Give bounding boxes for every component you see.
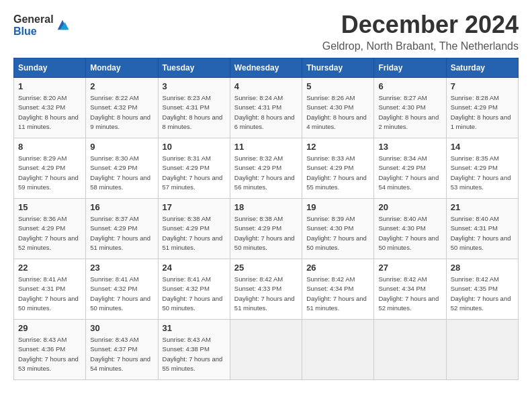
day-number: 9 [90, 142, 153, 152]
calendar-cell: 7Sunrise: 8:28 AMSunset: 4:29 PMDaylight… [446, 78, 518, 138]
calendar-cell: 12Sunrise: 8:33 AMSunset: 4:29 PMDayligh… [302, 138, 374, 199]
day-number: 29 [18, 323, 81, 333]
day-info: Sunrise: 8:43 AMSunset: 4:38 PMDaylight:… [163, 335, 226, 373]
day-number: 25 [234, 263, 298, 273]
calendar-cell: 17Sunrise: 8:38 AMSunset: 4:29 PMDayligh… [158, 199, 230, 259]
day-number: 1 [18, 81, 81, 91]
day-info: Sunrise: 8:40 AMSunset: 4:31 PMDaylight:… [451, 214, 514, 253]
day-info: Sunrise: 8:30 AMSunset: 4:29 PMDaylight:… [90, 154, 153, 192]
day-info: Sunrise: 8:37 AMSunset: 4:29 PMDaylight:… [90, 214, 153, 253]
calendar-cell: 11Sunrise: 8:32 AMSunset: 4:29 PMDayligh… [230, 138, 302, 199]
logo-general-text: General [13, 13, 54, 26]
day-info: Sunrise: 8:29 AMSunset: 4:29 PMDaylight:… [18, 154, 81, 192]
calendar-cell: 25Sunrise: 8:42 AMSunset: 4:33 PMDayligh… [230, 259, 302, 320]
page-header: General Blue December 2024 Geldrop, Nort… [13, 11, 519, 52]
day-info: Sunrise: 8:42 AMSunset: 4:34 PMDaylight:… [306, 275, 369, 313]
calendar-cell: 19Sunrise: 8:39 AMSunset: 4:30 PMDayligh… [302, 199, 374, 259]
calendar-cell: 27Sunrise: 8:42 AMSunset: 4:34 PMDayligh… [374, 259, 446, 320]
calendar-cell: 26Sunrise: 8:42 AMSunset: 4:34 PMDayligh… [302, 259, 374, 320]
calendar-cell: 2Sunrise: 8:22 AMSunset: 4:32 PMDaylight… [86, 78, 158, 138]
calendar-cell [302, 320, 374, 380]
day-number: 18 [234, 202, 298, 212]
day-number: 13 [378, 142, 441, 152]
month-title: December 2024 [322, 11, 519, 39]
header-day-monday: Monday [86, 58, 158, 78]
calendar-cell: 14Sunrise: 8:35 AMSunset: 4:29 PMDayligh… [446, 138, 518, 199]
day-info: Sunrise: 8:31 AMSunset: 4:29 PMDaylight:… [163, 154, 226, 192]
day-number: 20 [378, 202, 441, 212]
day-info: Sunrise: 8:23 AMSunset: 4:31 PMDaylight:… [163, 93, 226, 132]
calendar-cell: 13Sunrise: 8:34 AMSunset: 4:29 PMDayligh… [374, 138, 446, 199]
calendar-cell: 8Sunrise: 8:29 AMSunset: 4:29 PMDaylight… [14, 138, 86, 199]
day-number: 16 [90, 202, 153, 212]
day-info: Sunrise: 8:26 AMSunset: 4:30 PMDaylight:… [306, 93, 369, 132]
day-number: 8 [18, 142, 81, 152]
day-number: 6 [378, 81, 441, 91]
calendar-table: SundayMondayTuesdayWednesdayThursdayFrid… [13, 58, 519, 380]
day-number: 23 [90, 263, 153, 273]
calendar-cell: 16Sunrise: 8:37 AMSunset: 4:29 PMDayligh… [86, 199, 158, 259]
day-info: Sunrise: 8:27 AMSunset: 4:30 PMDaylight:… [378, 93, 441, 132]
day-info: Sunrise: 8:38 AMSunset: 4:29 PMDaylight:… [234, 214, 298, 253]
calendar-week-row: 8Sunrise: 8:29 AMSunset: 4:29 PMDaylight… [14, 138, 519, 199]
day-info: Sunrise: 8:42 AMSunset: 4:34 PMDaylight:… [378, 275, 441, 313]
header-day-tuesday: Tuesday [158, 58, 230, 78]
day-number: 28 [451, 263, 514, 273]
calendar-cell: 21Sunrise: 8:40 AMSunset: 4:31 PMDayligh… [446, 199, 518, 259]
day-number: 27 [378, 263, 441, 273]
day-number: 22 [18, 263, 81, 273]
day-number: 26 [306, 263, 369, 273]
calendar-cell: 3Sunrise: 8:23 AMSunset: 4:31 PMDaylight… [158, 78, 230, 138]
day-number: 14 [451, 142, 514, 152]
calendar-cell: 31Sunrise: 8:43 AMSunset: 4:38 PMDayligh… [158, 320, 230, 380]
day-number: 24 [163, 263, 226, 273]
day-info: Sunrise: 8:32 AMSunset: 4:29 PMDaylight:… [234, 154, 298, 192]
day-number: 5 [306, 81, 369, 91]
header-day-sunday: Sunday [14, 58, 86, 78]
calendar-week-row: 22Sunrise: 8:41 AMSunset: 4:31 PMDayligh… [14, 259, 519, 320]
day-number: 17 [163, 202, 226, 212]
calendar-week-row: 1Sunrise: 8:20 AMSunset: 4:32 PMDaylight… [14, 78, 519, 138]
day-number: 15 [18, 202, 81, 212]
calendar-cell: 5Sunrise: 8:26 AMSunset: 4:30 PMDaylight… [302, 78, 374, 138]
day-info: Sunrise: 8:22 AMSunset: 4:32 PMDaylight:… [90, 93, 153, 132]
calendar-cell [230, 320, 302, 380]
logo-icon [55, 17, 70, 32]
calendar-cell: 29Sunrise: 8:43 AMSunset: 4:36 PMDayligh… [14, 320, 86, 380]
day-number: 7 [451, 81, 514, 91]
day-info: Sunrise: 8:42 AMSunset: 4:35 PMDaylight:… [451, 275, 514, 313]
day-number: 12 [306, 142, 369, 152]
day-info: Sunrise: 8:41 AMSunset: 4:31 PMDaylight:… [18, 275, 81, 313]
day-info: Sunrise: 8:40 AMSunset: 4:30 PMDaylight:… [378, 214, 441, 253]
day-number: 2 [90, 81, 153, 91]
calendar-cell: 23Sunrise: 8:41 AMSunset: 4:32 PMDayligh… [86, 259, 158, 320]
day-info: Sunrise: 8:41 AMSunset: 4:32 PMDaylight:… [90, 275, 153, 313]
calendar-cell: 15Sunrise: 8:36 AMSunset: 4:29 PMDayligh… [14, 199, 86, 259]
calendar-cell: 6Sunrise: 8:27 AMSunset: 4:30 PMDaylight… [374, 78, 446, 138]
logo-blue-text: Blue [13, 26, 54, 38]
logo: General Blue [13, 13, 70, 37]
calendar-cell: 9Sunrise: 8:30 AMSunset: 4:29 PMDaylight… [86, 138, 158, 199]
day-number: 4 [234, 81, 298, 91]
day-number: 19 [306, 202, 369, 212]
title-area: December 2024 Geldrop, North Brabant, Th… [322, 11, 519, 52]
header-day-wednesday: Wednesday [230, 58, 302, 78]
day-info: Sunrise: 8:20 AMSunset: 4:32 PMDaylight:… [18, 93, 81, 132]
calendar-cell: 10Sunrise: 8:31 AMSunset: 4:29 PMDayligh… [158, 138, 230, 199]
calendar-cell: 28Sunrise: 8:42 AMSunset: 4:35 PMDayligh… [446, 259, 518, 320]
calendar-cell: 24Sunrise: 8:41 AMSunset: 4:32 PMDayligh… [158, 259, 230, 320]
calendar-cell: 18Sunrise: 8:38 AMSunset: 4:29 PMDayligh… [230, 199, 302, 259]
day-number: 31 [163, 323, 226, 333]
day-info: Sunrise: 8:33 AMSunset: 4:29 PMDaylight:… [306, 154, 369, 192]
calendar-week-row: 29Sunrise: 8:43 AMSunset: 4:36 PMDayligh… [14, 320, 519, 380]
calendar-cell: 20Sunrise: 8:40 AMSunset: 4:30 PMDayligh… [374, 199, 446, 259]
day-info: Sunrise: 8:38 AMSunset: 4:29 PMDaylight:… [163, 214, 226, 253]
day-info: Sunrise: 8:36 AMSunset: 4:29 PMDaylight:… [18, 214, 81, 253]
calendar-cell: 30Sunrise: 8:43 AMSunset: 4:37 PMDayligh… [86, 320, 158, 380]
day-number: 21 [451, 202, 514, 212]
day-number: 3 [163, 81, 226, 91]
day-number: 11 [234, 142, 298, 152]
day-info: Sunrise: 8:24 AMSunset: 4:31 PMDaylight:… [234, 93, 298, 132]
day-info: Sunrise: 8:39 AMSunset: 4:30 PMDaylight:… [306, 214, 369, 253]
calendar-cell: 22Sunrise: 8:41 AMSunset: 4:31 PMDayligh… [14, 259, 86, 320]
